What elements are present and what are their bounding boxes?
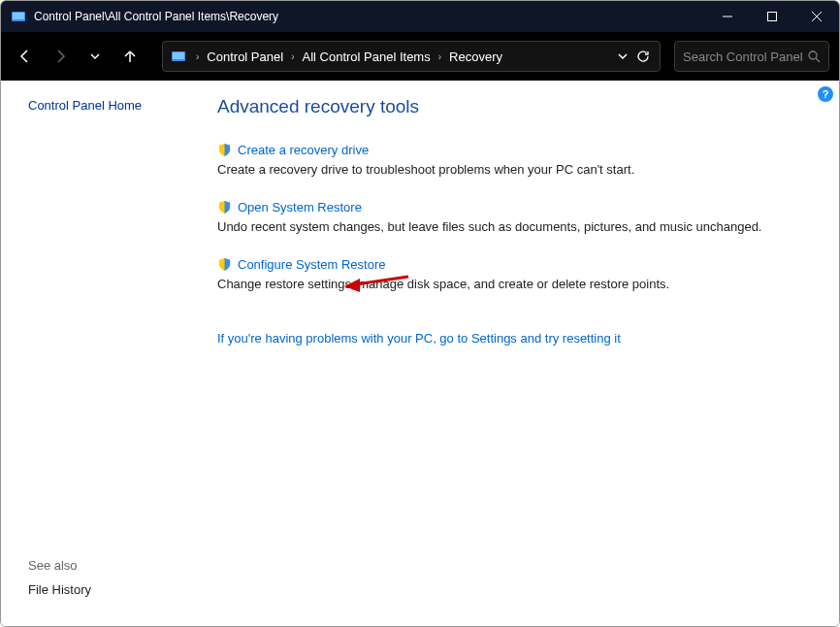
back-button[interactable]: [11, 42, 40, 71]
search-icon: [808, 50, 821, 63]
breadcrumb-mid[interactable]: All Control Panel Items: [298, 50, 434, 64]
main-panel: Advanced recovery tools Create a recover…: [200, 81, 839, 626]
address-bar[interactable]: › Control Panel › All Control Panel Item…: [162, 41, 661, 72]
reset-pc-link[interactable]: If you're having problems with your PC, …: [217, 331, 621, 346]
sidebar: Control Panel Home See also File History: [1, 81, 200, 626]
breadcrumb-leaf[interactable]: Recovery: [445, 50, 506, 64]
recent-button[interactable]: [81, 42, 110, 71]
configure-system-restore-link[interactable]: Configure System Restore: [238, 257, 385, 272]
shield-icon: [217, 257, 232, 272]
see-also-label: See also: [28, 558, 200, 573]
tool-create-recovery-drive: Create a recovery drive Create a recover…: [217, 143, 810, 179]
shield-icon: [217, 143, 232, 157]
breadcrumb-root[interactable]: Control Panel: [203, 50, 287, 64]
chevron-down-icon[interactable]: [617, 50, 629, 62]
page-heading: Advanced recovery tools: [217, 96, 810, 117]
maximize-button[interactable]: [750, 1, 794, 32]
up-button[interactable]: [115, 42, 145, 71]
navbar: › Control Panel › All Control Panel Item…: [1, 32, 839, 81]
control-panel-icon: [11, 9, 26, 24]
minimize-button[interactable]: [705, 1, 750, 32]
shield-icon: [217, 200, 232, 214]
tool-description: Undo recent system changes, but leave fi…: [217, 218, 810, 236]
chevron-right-icon[interactable]: ›: [435, 51, 445, 62]
svg-rect-3: [768, 13, 777, 21]
tool-open-system-restore: Open System Restore Undo recent system c…: [217, 200, 810, 236]
tool-description: Change restore settings, manage disk spa…: [217, 276, 810, 293]
tool-description: Create a recovery drive to troubleshoot …: [217, 161, 810, 179]
svg-line-9: [816, 58, 820, 62]
help-icon[interactable]: ?: [818, 86, 833, 102]
close-button[interactable]: [794, 1, 839, 32]
open-system-restore-link[interactable]: Open System Restore: [238, 200, 362, 214]
tool-configure-system-restore: Configure System Restore Change restore …: [217, 257, 810, 293]
svg-point-8: [809, 51, 817, 59]
forward-button[interactable]: [46, 42, 75, 71]
file-history-link[interactable]: File History: [28, 582, 91, 597]
create-recovery-drive-link[interactable]: Create a recovery drive: [238, 143, 369, 157]
chevron-right-icon[interactable]: ›: [192, 51, 203, 62]
chevron-right-icon[interactable]: ›: [287, 51, 298, 62]
refresh-icon[interactable]: [636, 50, 650, 63]
svg-rect-1: [13, 13, 24, 19]
window-title: Control Panel\All Control Panel Items\Re…: [34, 10, 705, 23]
search-placeholder: Search Control Panel: [683, 50, 808, 64]
control-panel-icon: [171, 49, 186, 64]
content-area: ? Control Panel Home See also File Histo…: [1, 81, 839, 626]
control-panel-home-link[interactable]: Control Panel Home: [28, 98, 200, 113]
search-input[interactable]: Search Control Panel: [674, 41, 829, 72]
svg-rect-7: [173, 52, 184, 59]
titlebar: Control Panel\All Control Panel Items\Re…: [1, 1, 839, 32]
see-also-section: See also File History: [28, 558, 200, 626]
